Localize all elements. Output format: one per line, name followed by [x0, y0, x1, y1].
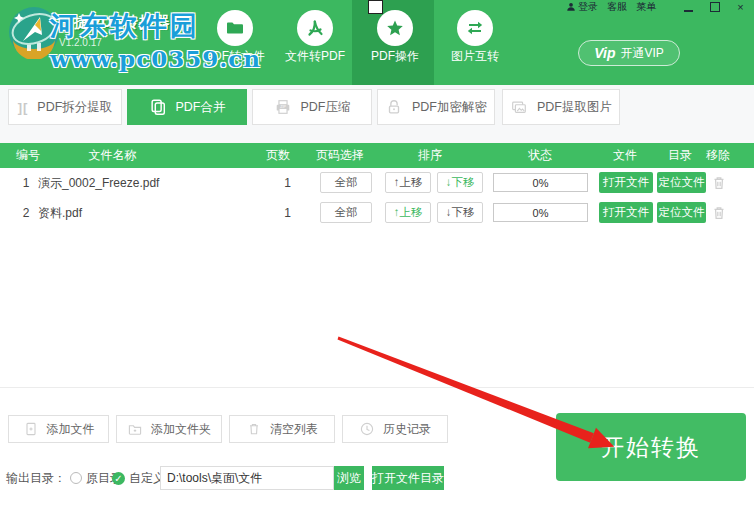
- row-filename: 演示_0002_Freeze.pdf: [38, 170, 159, 196]
- maximize-icon[interactable]: [708, 1, 721, 14]
- folder-icon: [217, 10, 253, 46]
- swap-icon: [457, 10, 493, 46]
- extract-images-icon: [510, 98, 528, 116]
- open-directory-button[interactable]: 打开文件目录: [372, 466, 444, 490]
- row-pages: 1: [265, 170, 310, 196]
- tab-pdf-split[interactable]: ][ PDF拆分提取: [8, 89, 122, 125]
- tab-pdf-merge[interactable]: PDF合并: [127, 89, 247, 125]
- trash-icon[interactable]: [710, 204, 728, 222]
- row-pages: 1: [265, 200, 310, 226]
- clock-icon: [359, 421, 375, 437]
- col-index: 编号: [8, 143, 48, 168]
- tool-tabs-row: ][ PDF拆分提取 PDF合并 ZIP PDF压缩 PDF加密解密 PDF提取…: [0, 85, 754, 143]
- locate-file-button[interactable]: 定位文件: [657, 172, 706, 193]
- close-icon[interactable]: ×: [734, 1, 747, 14]
- locate-file-button[interactable]: 定位文件: [657, 202, 706, 223]
- login-link[interactable]: 登录: [566, 0, 598, 14]
- add-file-icon: [23, 421, 39, 437]
- vip-logo: Vip: [594, 45, 615, 61]
- move-up-button[interactable]: ↑上移: [385, 202, 431, 223]
- add-folder-button[interactable]: 添加文件夹: [116, 415, 222, 443]
- trash-icon: [246, 421, 262, 437]
- merge-pages-icon: [149, 98, 167, 116]
- move-up-button[interactable]: ↑上移: [385, 172, 431, 193]
- radio-checked-icon: ✓: [112, 472, 125, 485]
- row-index: 2: [16, 200, 36, 226]
- split-icon: ][: [18, 100, 29, 115]
- add-file-button[interactable]: 添加文件: [8, 415, 109, 443]
- nav-image-convert[interactable]: 图片互转: [435, 0, 515, 85]
- nav-file-to-pdf[interactable]: 文件转PDF: [275, 0, 355, 85]
- star-icon: [377, 10, 413, 46]
- output-directory-row: 输出目录： 原目录 ✓ 自定义 浏览 打开文件目录: [0, 466, 460, 490]
- history-button[interactable]: 历史记录: [342, 415, 448, 443]
- output-path-input[interactable]: [160, 466, 334, 490]
- header-bar: 迅捷PDF转换器 V1.2.0.17 PDF转文件 文件转PDF PDF操作: [0, 0, 754, 85]
- open-file-button[interactable]: 打开文件: [599, 172, 653, 193]
- app-title: 迅捷PDF转换器: [58, 13, 171, 32]
- tab-pdf-encrypt[interactable]: PDF加密解密: [377, 89, 495, 125]
- account-links: 登录 客服 菜单: [566, 1, 656, 13]
- minimize-icon[interactable]: [682, 1, 695, 14]
- nav-pdf-operate[interactable]: PDF操作: [355, 0, 435, 85]
- pdf-converter-window: 迅捷PDF转换器 V1.2.0.17 PDF转文件 文件转PDF PDF操作: [0, 0, 754, 510]
- svg-text:ZIP: ZIP: [280, 105, 286, 109]
- row-filename: 资料.pdf: [38, 200, 82, 226]
- col-file: 文件: [595, 143, 655, 168]
- screenshot-artifact-square: [368, 0, 383, 14]
- radio-unchecked-icon: [70, 472, 82, 484]
- window-controls: ×: [682, 0, 747, 14]
- tab-pdf-extract-images[interactable]: PDF提取图片: [502, 89, 620, 125]
- add-folder-icon: [127, 421, 143, 437]
- page-select-button[interactable]: 全部: [320, 202, 372, 223]
- customer-service-link[interactable]: 客服: [607, 0, 627, 14]
- browse-button[interactable]: 浏览: [334, 466, 364, 490]
- table-row: 2 资料.pdf 1 全部 ↑上移 ↓下移 0% 打开文件 定位文件: [0, 200, 754, 226]
- app-logo-icon: [7, 5, 61, 59]
- col-sort: 排序: [390, 143, 470, 168]
- nav-pdf-to-file[interactable]: PDF转文件: [195, 0, 275, 85]
- start-convert-button[interactable]: 开始转换: [556, 413, 746, 481]
- progress-indicator: 0%: [493, 203, 588, 222]
- table-header: 编号 文件名称 页数 页码选择 排序 状态 文件 目录 移除: [0, 143, 754, 168]
- menu-link[interactable]: 菜单: [636, 0, 656, 14]
- open-vip-button[interactable]: Vip 开通VIP: [578, 40, 680, 66]
- radio-custom-directory[interactable]: ✓ 自定义: [112, 466, 165, 490]
- open-file-button[interactable]: 打开文件: [599, 202, 653, 223]
- clear-list-button[interactable]: 清空列表: [229, 415, 335, 443]
- row-index: 1: [16, 170, 36, 196]
- pdf-file-icon: [297, 10, 333, 46]
- table-row: 1 演示_0002_Freeze.pdf 1 全部 ↑上移 ↓下移 0% 打开文…: [0, 170, 754, 196]
- zip-compress-icon: ZIP: [274, 98, 292, 116]
- trash-icon[interactable]: [710, 174, 728, 192]
- col-remove: 移除: [695, 143, 741, 168]
- move-down-button[interactable]: ↓下移: [437, 172, 483, 193]
- col-status: 状态: [495, 143, 585, 168]
- bottom-divider: [0, 387, 754, 388]
- col-filename: 文件名称: [70, 143, 155, 168]
- tab-pdf-compress[interactable]: ZIP PDF压缩: [252, 89, 372, 125]
- move-down-button[interactable]: ↓下移: [437, 202, 483, 223]
- person-icon: [566, 2, 576, 12]
- col-pages: 页数: [256, 143, 300, 168]
- page-select-button[interactable]: 全部: [320, 172, 372, 193]
- col-page-select: 页码选择: [300, 143, 380, 168]
- output-directory-label: 输出目录：: [6, 466, 66, 490]
- app-version: V1.2.0.17: [59, 37, 102, 48]
- progress-indicator: 0%: [493, 173, 588, 192]
- lock-icon: [385, 98, 403, 116]
